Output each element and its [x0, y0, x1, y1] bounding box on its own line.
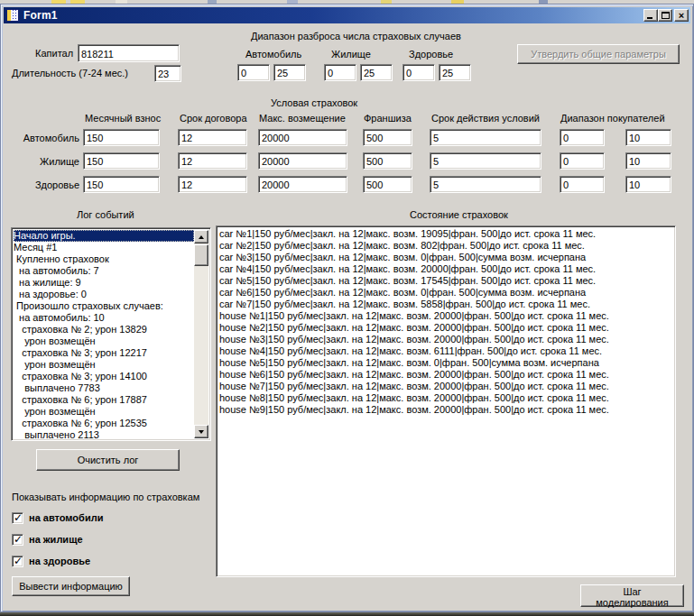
- status-line: car №7|150 руб/мес|закл. на 12|макс. воз…: [219, 299, 673, 310]
- checkbox-house[interactable]: [12, 534, 23, 546]
- car-validity-input[interactable]: [430, 129, 541, 146]
- house-validity-input[interactable]: [430, 152, 541, 170]
- log-item[interactable]: Произошло страховых случаев:: [14, 300, 194, 312]
- header-franchise: Франшиза: [364, 113, 412, 124]
- spread-health-min-input[interactable]: [403, 64, 435, 81]
- log-item[interactable]: выплачено 7783: [14, 382, 194, 394]
- clear-log-button[interactable]: Очистить лог: [36, 449, 180, 471]
- spread-health-max-input[interactable]: [439, 64, 471, 81]
- minimize-icon[interactable]: [643, 9, 658, 22]
- header-validity: Срок действия условий: [431, 113, 540, 124]
- log-item[interactable]: урон возмещён: [14, 359, 194, 371]
- status-line: house №3|150 руб/мес|закл. на 12|макс. в…: [219, 334, 673, 345]
- health-maxcomp-input[interactable]: [258, 176, 347, 193]
- checkbox-house-label: на жилище: [29, 534, 83, 545]
- car-term-input[interactable]: [178, 129, 247, 146]
- status-line: house №5|150 руб/мес|закл. на 12|макс. в…: [219, 357, 673, 369]
- status-line: car №5|150 руб/мес|закл. на 12|макс. воз…: [219, 275, 673, 287]
- duration-label: Длительность (7-24 мес.): [12, 68, 128, 78]
- row-label-house: Жилище: [8, 156, 79, 167]
- titlebar[interactable]: Form1 ×: [4, 7, 690, 23]
- log-item[interactable]: Месяц #1: [14, 242, 194, 253]
- log-item[interactable]: на здоровье: 0: [14, 289, 194, 300]
- spread-house-max-input[interactable]: [360, 64, 393, 81]
- status-lines: car №1|150 руб/мес|закл. на 12|макс. воз…: [219, 228, 673, 575]
- checkbox-cars-label: на автомобили: [29, 512, 103, 523]
- status-line: house №8|150 руб/мес|закл. на 12|макс. в…: [219, 392, 673, 404]
- log-item[interactable]: страховка № 6; урон 12535: [14, 418, 194, 429]
- header-contract-term: Срок договора: [180, 113, 247, 124]
- health-monthly-input[interactable]: [83, 176, 160, 193]
- duration-input[interactable]: [154, 65, 181, 82]
- log-item[interactable]: выплачено 2113: [14, 429, 194, 438]
- status-line: house №6|150 руб/мес|закл. на 12|макс. в…: [219, 369, 673, 381]
- status-memo[interactable]: car №1|150 руб/мес|закл. на 12|макс. воз…: [216, 225, 676, 577]
- window-title: Form1: [23, 9, 58, 22]
- simulation-step-button[interactable]: Шаг моделирования: [580, 584, 684, 607]
- car-franchise-input[interactable]: [363, 129, 412, 146]
- header-buyers-range: Диапазон покупателей: [560, 113, 665, 124]
- conditions-title: Условая страховок: [271, 97, 357, 108]
- log-item[interactable]: страховка № 3; урон 14100: [14, 371, 194, 382]
- log-item[interactable]: на жилище: 9: [14, 277, 194, 289]
- health-buyers-min-input[interactable]: [560, 176, 605, 193]
- spread-col-health-label: Здоровье: [409, 49, 453, 60]
- spread-car-max-input[interactable]: [273, 64, 306, 81]
- log-item[interactable]: урон возмещён: [14, 406, 194, 418]
- status-title: Состояние страховок: [410, 209, 508, 220]
- house-franchise-input[interactable]: [363, 152, 412, 170]
- scroll-up-icon[interactable]: [194, 230, 208, 244]
- car-buyers-min-input[interactable]: [560, 129, 605, 146]
- capital-input[interactable]: [78, 44, 180, 62]
- approve-params-button[interactable]: Утвердить общие параметры: [517, 44, 680, 64]
- log-item[interactable]: Начало игры.: [14, 230, 194, 242]
- form-icon: [6, 9, 19, 22]
- checkbox-health-label: на здоровье: [29, 556, 90, 566]
- car-buyers-max-input[interactable]: [625, 129, 671, 146]
- checkbox-health[interactable]: [12, 556, 23, 567]
- spread-car-min-input[interactable]: [237, 64, 270, 81]
- status-line: house №7|150 руб/мес|закл. на 12|макс. в…: [219, 381, 673, 392]
- header-monthly-fee: Месячный взнос: [85, 113, 161, 124]
- status-line: house №2|150 руб/мес|закл. на 12|макс. в…: [219, 322, 673, 334]
- status-line: house №4|150 руб/мес|закл. на 12|макс. в…: [219, 345, 673, 357]
- log-item[interactable]: урон возмещён: [14, 336, 194, 347]
- log-item[interactable]: на автомобиль: 10: [14, 312, 194, 324]
- header-max-compensation: Макс. возмещение: [259, 113, 346, 124]
- log-item[interactable]: страховка № 3; урон 12217: [14, 347, 194, 359]
- log-item[interactable]: страховка № 2; урон 13829: [14, 324, 194, 336]
- spread-house-min-input[interactable]: [324, 64, 356, 81]
- scrollbar-thumb[interactable]: [194, 244, 208, 266]
- spread-col-car-label: Автомобиль: [245, 49, 301, 60]
- house-buyers-min-input[interactable]: [560, 152, 605, 170]
- status-line: house №1|150 руб/мес|закл. на 12|макс. в…: [219, 310, 673, 322]
- maximize-icon[interactable]: [658, 9, 672, 22]
- log-item[interactable]: Купленно страховок: [14, 253, 194, 265]
- house-buyers-max-input[interactable]: [625, 152, 671, 170]
- house-term-input[interactable]: [178, 152, 247, 170]
- log-items: Начало игры. Месяц #1 Купленно страховок…: [14, 230, 194, 438]
- status-line: car №3|150 руб/мес|закл. на 12|макс. воз…: [219, 252, 673, 263]
- desktop-strip: [0, 612, 694, 616]
- close-icon[interactable]: ×: [674, 9, 689, 22]
- health-term-input[interactable]: [178, 176, 247, 193]
- log-item[interactable]: страховка № 6; урон 17887: [14, 394, 194, 406]
- health-franchise-input[interactable]: [363, 176, 412, 193]
- house-maxcomp-input[interactable]: [258, 152, 347, 170]
- row-label-car: Автомобиль: [8, 133, 79, 143]
- health-buyers-max-input[interactable]: [625, 176, 671, 193]
- log-listbox[interactable]: Начало игры. Месяц #1 Купленно страховок…: [11, 227, 211, 441]
- status-line: car №4|150 руб/мес|закл. на 12|макс. воз…: [219, 263, 673, 275]
- car-maxcomp-input[interactable]: [258, 129, 347, 146]
- checkbox-cars[interactable]: [12, 512, 23, 524]
- house-monthly-input[interactable]: [83, 152, 160, 170]
- log-item[interactable]: на автомобиль: 7: [14, 265, 194, 277]
- car-monthly-input[interactable]: [83, 129, 160, 146]
- status-line: car №2|150 руб/мес|закл. на 12|макс. воз…: [219, 240, 673, 252]
- health-validity-input[interactable]: [430, 176, 541, 193]
- log-scrollbar[interactable]: [194, 230, 208, 438]
- scroll-down-icon[interactable]: [194, 425, 208, 438]
- spread-col-house-label: Жилище: [331, 49, 371, 60]
- show-info-button[interactable]: Вывести информацию: [12, 576, 130, 596]
- filters-title: Показывать информацию по страховкам: [12, 492, 199, 502]
